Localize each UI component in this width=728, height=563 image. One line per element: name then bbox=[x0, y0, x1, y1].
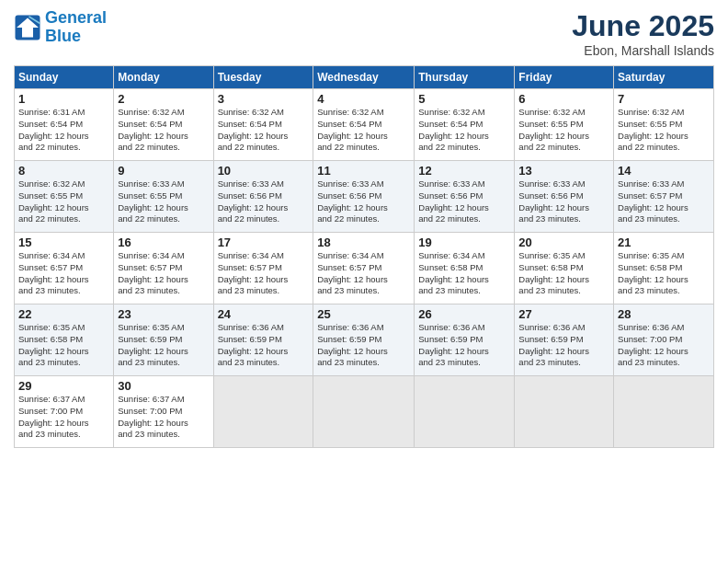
day-cell: 29Sunrise: 6:37 AM Sunset: 7:00 PM Dayli… bbox=[15, 376, 114, 448]
logo-icon bbox=[14, 14, 41, 41]
day-info: Sunrise: 6:32 AM Sunset: 6:54 PM Dayligh… bbox=[118, 107, 209, 154]
day-info: Sunrise: 6:33 AM Sunset: 6:57 PM Dayligh… bbox=[618, 178, 710, 225]
day-info: Sunrise: 6:34 AM Sunset: 6:57 PM Dayligh… bbox=[317, 250, 410, 297]
day-cell: 7Sunrise: 6:32 AM Sunset: 6:55 PM Daylig… bbox=[614, 89, 714, 161]
day-number: 3 bbox=[218, 92, 310, 106]
day-cell bbox=[213, 376, 313, 448]
day-cell bbox=[313, 376, 415, 448]
day-info: Sunrise: 6:32 AM Sunset: 6:54 PM Dayligh… bbox=[317, 107, 410, 154]
day-cell: 5Sunrise: 6:32 AM Sunset: 6:54 PM Daylig… bbox=[415, 89, 515, 161]
weekday-monday: Monday bbox=[114, 66, 213, 89]
day-cell: 1Sunrise: 6:31 AM Sunset: 6:54 PM Daylig… bbox=[15, 89, 114, 161]
logo-general: General bbox=[45, 8, 107, 27]
day-number: 26 bbox=[418, 307, 510, 321]
logo-blue: Blue bbox=[45, 27, 81, 45]
day-info: Sunrise: 6:32 AM Sunset: 6:55 PM Dayligh… bbox=[18, 178, 109, 225]
weekday-sunday: Sunday bbox=[15, 66, 114, 89]
day-number: 21 bbox=[618, 236, 710, 249]
day-info: Sunrise: 6:36 AM Sunset: 6:59 PM Dayligh… bbox=[518, 322, 609, 369]
day-cell: 19Sunrise: 6:34 AM Sunset: 6:58 PM Dayli… bbox=[415, 233, 515, 304]
day-cell bbox=[614, 376, 714, 448]
day-info: Sunrise: 6:37 AM Sunset: 7:00 PM Dayligh… bbox=[118, 394, 209, 441]
weekday-header-row: SundayMondayTuesdayWednesdayThursdayFrid… bbox=[15, 66, 714, 89]
day-info: Sunrise: 6:35 AM Sunset: 6:58 PM Dayligh… bbox=[618, 250, 710, 297]
day-cell: 18Sunrise: 6:34 AM Sunset: 6:57 PM Dayli… bbox=[313, 233, 415, 304]
day-number: 22 bbox=[18, 307, 109, 321]
day-number: 1 bbox=[18, 92, 109, 106]
day-cell: 11Sunrise: 6:33 AM Sunset: 6:56 PM Dayli… bbox=[313, 161, 415, 233]
week-row-1: 1Sunrise: 6:31 AM Sunset: 6:54 PM Daylig… bbox=[15, 89, 714, 161]
day-cell: 26Sunrise: 6:36 AM Sunset: 6:59 PM Dayli… bbox=[415, 304, 515, 376]
day-cell: 25Sunrise: 6:36 AM Sunset: 6:59 PM Dayli… bbox=[313, 304, 415, 376]
day-cell: 20Sunrise: 6:35 AM Sunset: 6:58 PM Dayli… bbox=[515, 233, 614, 304]
day-cell: 22Sunrise: 6:35 AM Sunset: 6:58 PM Dayli… bbox=[15, 304, 114, 376]
day-number: 9 bbox=[118, 164, 209, 178]
day-cell: 13Sunrise: 6:33 AM Sunset: 6:56 PM Dayli… bbox=[515, 161, 614, 233]
title-block: June 2025 Ebon, Marshall Islands bbox=[572, 9, 714, 58]
day-cell: 6Sunrise: 6:32 AM Sunset: 6:55 PM Daylig… bbox=[515, 89, 614, 161]
day-info: Sunrise: 6:33 AM Sunset: 6:56 PM Dayligh… bbox=[317, 178, 410, 225]
day-number: 6 bbox=[518, 92, 609, 106]
day-info: Sunrise: 6:35 AM Sunset: 6:58 PM Dayligh… bbox=[518, 250, 609, 297]
day-number: 10 bbox=[218, 164, 310, 178]
week-row-5: 29Sunrise: 6:37 AM Sunset: 7:00 PM Dayli… bbox=[15, 376, 714, 448]
week-row-3: 15Sunrise: 6:34 AM Sunset: 6:57 PM Dayli… bbox=[15, 233, 714, 304]
day-number: 2 bbox=[118, 92, 209, 106]
day-info: Sunrise: 6:33 AM Sunset: 6:56 PM Dayligh… bbox=[418, 178, 510, 225]
day-info: Sunrise: 6:34 AM Sunset: 6:57 PM Dayligh… bbox=[218, 250, 310, 297]
day-number: 27 bbox=[518, 307, 609, 321]
location: Ebon, Marshall Islands bbox=[572, 43, 714, 58]
day-number: 28 bbox=[618, 307, 710, 321]
weekday-saturday: Saturday bbox=[614, 66, 714, 89]
day-cell: 10Sunrise: 6:33 AM Sunset: 6:56 PM Dayli… bbox=[213, 161, 313, 233]
day-number: 19 bbox=[418, 236, 510, 249]
day-number: 24 bbox=[218, 307, 310, 321]
day-info: Sunrise: 6:32 AM Sunset: 6:55 PM Dayligh… bbox=[518, 107, 609, 154]
day-info: Sunrise: 6:34 AM Sunset: 6:57 PM Dayligh… bbox=[118, 250, 209, 297]
day-info: Sunrise: 6:34 AM Sunset: 6:58 PM Dayligh… bbox=[418, 250, 510, 297]
day-info: Sunrise: 6:32 AM Sunset: 6:54 PM Dayligh… bbox=[218, 107, 310, 154]
day-number: 18 bbox=[317, 236, 410, 249]
page: General Blue June 2025 Ebon, Marshall Is… bbox=[0, 0, 728, 563]
weekday-tuesday: Tuesday bbox=[213, 66, 313, 89]
day-info: Sunrise: 6:31 AM Sunset: 6:54 PM Dayligh… bbox=[18, 107, 109, 154]
day-cell bbox=[515, 376, 614, 448]
weekday-thursday: Thursday bbox=[415, 66, 515, 89]
day-cell: 8Sunrise: 6:32 AM Sunset: 6:55 PM Daylig… bbox=[15, 161, 114, 233]
day-number: 23 bbox=[118, 307, 209, 321]
day-cell: 27Sunrise: 6:36 AM Sunset: 6:59 PM Dayli… bbox=[515, 304, 614, 376]
day-info: Sunrise: 6:35 AM Sunset: 6:58 PM Dayligh… bbox=[18, 322, 109, 369]
day-cell: 30Sunrise: 6:37 AM Sunset: 7:00 PM Dayli… bbox=[114, 376, 213, 448]
day-number: 12 bbox=[418, 164, 510, 178]
day-info: Sunrise: 6:33 AM Sunset: 6:56 PM Dayligh… bbox=[218, 178, 310, 225]
day-info: Sunrise: 6:36 AM Sunset: 6:59 PM Dayligh… bbox=[218, 322, 310, 369]
day-cell: 24Sunrise: 6:36 AM Sunset: 6:59 PM Dayli… bbox=[213, 304, 313, 376]
day-info: Sunrise: 6:36 AM Sunset: 7:00 PM Dayligh… bbox=[618, 322, 710, 369]
day-number: 30 bbox=[118, 379, 209, 393]
day-cell: 15Sunrise: 6:34 AM Sunset: 6:57 PM Dayli… bbox=[15, 233, 114, 304]
day-cell: 16Sunrise: 6:34 AM Sunset: 6:57 PM Dayli… bbox=[114, 233, 213, 304]
day-number: 15 bbox=[18, 236, 109, 249]
day-number: 25 bbox=[317, 307, 410, 321]
day-cell: 21Sunrise: 6:35 AM Sunset: 6:58 PM Dayli… bbox=[614, 233, 714, 304]
day-number: 7 bbox=[618, 92, 710, 106]
week-row-4: 22Sunrise: 6:35 AM Sunset: 6:58 PM Dayli… bbox=[15, 304, 714, 376]
day-number: 13 bbox=[518, 164, 609, 178]
day-cell: 3Sunrise: 6:32 AM Sunset: 6:54 PM Daylig… bbox=[213, 89, 313, 161]
day-info: Sunrise: 6:32 AM Sunset: 6:54 PM Dayligh… bbox=[418, 107, 510, 154]
day-cell: 14Sunrise: 6:33 AM Sunset: 6:57 PM Dayli… bbox=[614, 161, 714, 233]
day-number: 5 bbox=[418, 92, 510, 106]
day-number: 20 bbox=[518, 236, 609, 249]
week-row-2: 8Sunrise: 6:32 AM Sunset: 6:55 PM Daylig… bbox=[15, 161, 714, 233]
day-number: 16 bbox=[118, 236, 209, 249]
day-number: 14 bbox=[618, 164, 710, 178]
day-info: Sunrise: 6:37 AM Sunset: 7:00 PM Dayligh… bbox=[18, 394, 109, 441]
calendar: SundayMondayTuesdayWednesdayThursdayFrid… bbox=[14, 65, 714, 448]
day-info: Sunrise: 6:36 AM Sunset: 6:59 PM Dayligh… bbox=[418, 322, 510, 369]
day-cell: 12Sunrise: 6:33 AM Sunset: 6:56 PM Dayli… bbox=[415, 161, 515, 233]
day-info: Sunrise: 6:35 AM Sunset: 6:59 PM Dayligh… bbox=[118, 322, 209, 369]
day-number: 17 bbox=[218, 236, 310, 249]
month-title: June 2025 bbox=[572, 9, 714, 43]
day-info: Sunrise: 6:33 AM Sunset: 6:55 PM Dayligh… bbox=[118, 178, 209, 225]
weekday-friday: Friday bbox=[515, 66, 614, 89]
